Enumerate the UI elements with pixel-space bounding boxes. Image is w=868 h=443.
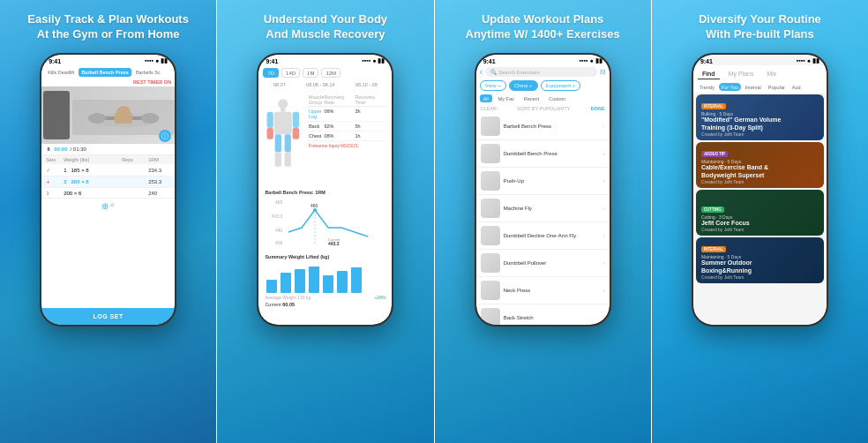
current-value-2: Current 60.05 bbox=[265, 302, 385, 307]
svg-rect-27 bbox=[337, 271, 348, 293]
table-row-upper-leg: Upper Leg 06% 3h bbox=[307, 107, 387, 122]
svg-rect-28 bbox=[351, 267, 362, 293]
svg-rect-25 bbox=[309, 267, 319, 293]
filter-icon[interactable]: ⊟ bbox=[600, 68, 606, 76]
view-tab-custom[interactable]: Custom bbox=[545, 94, 569, 102]
set-row-3[interactable]: 3 200 × 6 240 bbox=[41, 188, 175, 199]
chevron-icon-4: › bbox=[602, 206, 604, 212]
subtab-for-you[interactable]: For You bbox=[719, 83, 741, 91]
view-tabs[interactable]: All My Fav Recent Custom bbox=[476, 93, 610, 104]
exercise-icon-5 bbox=[481, 226, 500, 245]
svg-rect-10 bbox=[285, 134, 291, 152]
plan-item-4[interactable]: INTERVAL Maintaining · 5 Days Summer Out… bbox=[696, 237, 824, 283]
muscle-recovery-table: Muscle Group Recovery Rate Recovery Time… bbox=[307, 94, 387, 182]
svg-rect-22 bbox=[266, 280, 277, 293]
line-graph-area: Barbell Bench Press: 1RM 460 443.3 440 4… bbox=[261, 186, 389, 249]
svg-rect-24 bbox=[295, 269, 305, 293]
svg-rect-9 bbox=[275, 134, 281, 152]
set-row-1[interactable]: ✓ 1 185 × 8 234.3 bbox=[41, 164, 175, 176]
view-tab-all[interactable]: All bbox=[480, 94, 492, 102]
clear-label[interactable]: CLEAR bbox=[481, 106, 497, 111]
exercise-item-6[interactable]: Dumbbell Pullover › bbox=[476, 250, 610, 277]
play-bar[interactable]: ⏸ 00:00 / 01:30 bbox=[41, 144, 175, 155]
tab-12m[interactable]: 12M bbox=[321, 68, 340, 78]
subtab-popular[interactable]: Popular bbox=[766, 83, 788, 91]
filter-view[interactable]: View + bbox=[480, 80, 506, 91]
plan-creator-3: Created by Jefit Team bbox=[701, 227, 819, 232]
status-bar-4: 9:41 ▪▪▪▪ ● ▮▮ bbox=[693, 55, 827, 65]
svg-text:443.3: 443.3 bbox=[328, 241, 340, 245]
tab-my-plans[interactable]: My Plans bbox=[724, 69, 759, 79]
tab-7d[interactable]: 7D bbox=[263, 68, 279, 78]
subtab-interval[interactable]: Interval bbox=[743, 83, 764, 91]
exercise-item-2[interactable]: Dumbbell Bench Press › bbox=[476, 140, 610, 168]
exercise-tabs[interactable]: Kills Deadlift Barbell Bench Press Barbe… bbox=[41, 65, 175, 79]
chevron-icon-3: › bbox=[602, 178, 604, 184]
tab-deadlift[interactable]: Kills Deadlift bbox=[45, 68, 77, 77]
chevron-icon-6: › bbox=[602, 260, 604, 267]
view-tab-fav[interactable]: My Fav bbox=[495, 94, 518, 102]
svg-rect-15 bbox=[267, 128, 273, 139]
tab-mix[interactable]: Mix bbox=[762, 69, 781, 79]
chevron-icon-8: › bbox=[602, 315, 604, 321]
exercise-list: Barbell Bench Press › Dumbbell Bench Pre… bbox=[476, 113, 610, 325]
panel-plans: Diversify Your RoutineWith Pre-built Pla… bbox=[652, 0, 868, 443]
tab-1m[interactable]: 1M bbox=[303, 68, 318, 78]
panel-exercises: Update Workout PlansAnytime W/ 1400+ Exe… bbox=[435, 0, 651, 443]
svg-text:460: 460 bbox=[311, 203, 318, 208]
done-label[interactable]: DONE bbox=[591, 106, 605, 111]
phone-mockup-1: 9:41 ▪▪▪▪ ● ▮▮ Kills Deadlift Barbell Be… bbox=[40, 53, 176, 327]
svg-point-3 bbox=[141, 113, 159, 124]
exercise-item-1[interactable]: Barbell Bench Press › bbox=[476, 113, 610, 140]
status-time-1: 9:41 bbox=[49, 58, 61, 64]
svg-rect-12 bbox=[285, 152, 291, 166]
log-set-button[interactable]: LOG SET bbox=[41, 308, 175, 325]
subtab-audio[interactable]: Aud bbox=[789, 83, 804, 91]
search-row[interactable]: ‹ 🔍 Search Exercises ⊟ bbox=[476, 65, 610, 79]
plan-item-2[interactable]: ADDED TIP Maintaining · 6 Days Cable/Exe… bbox=[696, 142, 824, 188]
set-row-2[interactable]: + 2 200 × 8 253.3 bbox=[41, 176, 175, 188]
plan-list: INTERVAL Bulking · 5 Days "Modified" Ger… bbox=[693, 93, 827, 325]
exercise-item-7[interactable]: Neck Press › bbox=[476, 277, 610, 304]
filter-buttons[interactable]: View + Chest + Equipment + bbox=[476, 79, 610, 93]
chevron-icon-7: › bbox=[602, 288, 604, 294]
add-set-row[interactable]: ⊕ ⊖ bbox=[41, 199, 175, 214]
sort-row: CLEAR SORT BY PUPOLARITY DONE bbox=[476, 104, 610, 113]
main-tabs[interactable]: Find My Plans Mix bbox=[693, 65, 827, 81]
tab-find[interactable]: Find bbox=[698, 69, 720, 79]
filter-equipment[interactable]: Equipment + bbox=[541, 80, 581, 91]
panel-4-title: Diversify Your RoutineWith Pre-built Pla… bbox=[699, 12, 821, 44]
svg-rect-26 bbox=[323, 275, 333, 293]
phone-mockup-2: 9:41 ▪▪▪▪ ● ▮▮ 7D 14D 1M 12M 08.07 08.08… bbox=[257, 53, 393, 327]
rest-timer: REST TIMER ON bbox=[41, 79, 175, 86]
exercise-item-8[interactable]: Back Stretch › bbox=[476, 304, 610, 325]
tab-barbells[interactable]: Barbells Sc bbox=[133, 68, 163, 77]
search-icon: 🔍 bbox=[490, 69, 497, 75]
exercise-item-3[interactable]: Push-Up › bbox=[476, 168, 610, 195]
set-header: Sets Weight (lbs) Reps 1RM bbox=[41, 155, 175, 164]
svg-rect-7 bbox=[281, 108, 285, 112]
plan-item-3[interactable]: CUTTING Cutting · 3 Days Jefit Core Focu… bbox=[696, 190, 824, 236]
view-tab-recent[interactable]: Recent bbox=[520, 94, 542, 102]
tab-14d[interactable]: 14D bbox=[281, 68, 300, 78]
plan-content-1: INTERVAL Bulking · 5 Days "Modified" Ger… bbox=[696, 94, 824, 140]
filter-chest[interactable]: Chest + bbox=[509, 80, 538, 91]
subtab-trendy[interactable]: Trendy bbox=[697, 83, 717, 91]
svg-rect-23 bbox=[281, 273, 291, 293]
exercise-icon-2 bbox=[481, 144, 500, 163]
bar-chart-area: Summary Weight Lifted (kg) Average Weigh… bbox=[261, 251, 389, 323]
plan-item-1[interactable]: INTERVAL Bulking · 5 Days "Modified" Ger… bbox=[696, 94, 824, 140]
back-arrow-icon[interactable]: ‹ bbox=[480, 67, 483, 77]
summary-title: Summary Weight Lifted (kg) bbox=[265, 254, 385, 259]
plan-creator-4: Created by Jefit Team bbox=[701, 274, 819, 280]
exercise-item-4[interactable]: Machine Fly › bbox=[476, 195, 610, 222]
exercise-image: ⓘ bbox=[41, 86, 175, 144]
time-period-tabs[interactable]: 7D 14D 1M 12M bbox=[258, 65, 392, 80]
chevron-icon-2: › bbox=[602, 151, 604, 157]
sub-tabs[interactable]: Trendy For You Interval Popular Aud bbox=[693, 81, 827, 93]
phone-mockup-4: 9:41 ▪▪▪▪ ● ▮▮ Find My Plans Mix Trendy … bbox=[692, 53, 828, 327]
status-bar-1: 9:41 ▪▪▪▪ ● ▮▮ bbox=[41, 55, 175, 65]
tab-bench-press[interactable]: Barbell Bench Press bbox=[79, 68, 131, 77]
exercise-item-5[interactable]: Dumbbell Decline One-Arm Fly › bbox=[476, 222, 610, 250]
search-bar[interactable]: 🔍 Search Exercises bbox=[485, 67, 597, 77]
